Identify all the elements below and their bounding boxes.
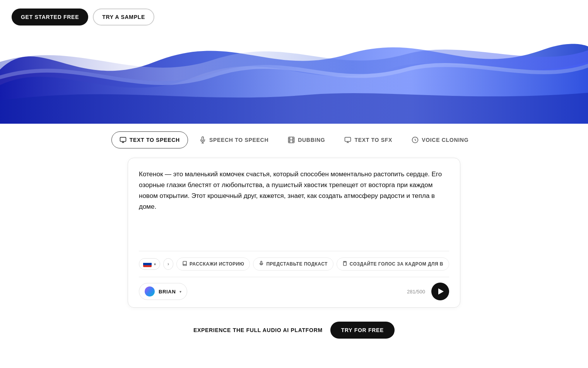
speech-to-speech-icon [199,136,206,143]
try-for-free-button[interactable]: TRY FOR FREE [330,322,395,339]
tab-voice-cloning[interactable]: VOICE CLONING [403,131,477,148]
play-icon [438,288,444,295]
book-icon [182,261,187,267]
tab-text-to-speech[interactable]: TEXT TO SPEECH [111,131,188,148]
svg-rect-4 [344,261,345,262]
tab-speech-to-speech[interactable]: SPEECH TO SPEECH [191,131,277,148]
voice-cloning-icon [412,136,419,143]
voice-avatar [145,286,155,296]
language-selector[interactable]: ▾ [139,258,160,270]
main-card: Котенок — это маленький комочек счастья,… [128,158,460,308]
tab-dubbing-label: DUBBING [298,137,325,143]
text-to-speech-icon [120,136,126,143]
tab-text-to-sfx-label: TEXT TO SFX [354,137,392,143]
tabs-container: TEXT TO SPEECH SPEECH TO SPEECH DUBBING [111,131,477,148]
try-sample-button[interactable]: TRY A SAMPLE [93,9,154,26]
get-started-button[interactable]: GET STARTED FREE [12,9,88,26]
text-to-sfx-icon [344,136,351,143]
voice-bar: BRIAN ▾ 281/500 [139,277,449,307]
tab-text-to-speech-label: TEXT TO SPEECH [130,137,180,143]
clipboard-icon [342,261,347,267]
prompt-chips-bar: ▾ › РАССКАЖИ ИСТОРИЮ [139,251,449,277]
voice-name-label: BRIAN [159,289,176,295]
prompt-chip-0[interactable]: РАССКАЖИ ИСТОРИЮ [176,257,250,271]
footer-bar: EXPERIENCE THE FULL AUDIO AI PLATFORM TR… [0,311,588,349]
expand-arrow-button[interactable]: › [163,258,173,270]
dubbing-icon [288,136,295,143]
lang-chevron-icon: ▾ [154,262,156,266]
char-count-label: 281/500 [407,289,425,295]
arrow-right-icon: › [168,261,169,267]
footer-text: EXPERIENCE THE FULL AUDIO AI PLATFORM [193,327,323,333]
main-content: TEXT TO SPEECH SPEECH TO SPEECH DUBBING [0,124,588,308]
tab-speech-to-speech-label: SPEECH TO SPEECH [209,137,268,143]
prompt-chip-0-label: РАССКАЖИ ИСТОРИЮ [190,261,244,267]
voice-chevron-icon: ▾ [179,290,181,294]
prompt-chip-2-label: СОЗДАЙТЕ ГОЛОС ЗА КАДРОМ ДЛЯ В [350,261,443,267]
svg-rect-0 [120,137,126,141]
tab-text-to-sfx[interactable]: TEXT TO SFX [336,131,400,148]
prompt-chip-1[interactable]: ПРЕДСТАВЬТЕ ПОДКАСТ [253,257,333,271]
russia-flag [143,261,152,267]
tab-voice-cloning-label: VOICE CLONING [422,137,468,143]
prompt-chip-2[interactable]: СОЗДАЙТЕ ГОЛОС ЗА КАДРОМ ДЛЯ В [337,257,449,271]
svg-rect-2 [345,137,351,141]
mic-icon [259,261,264,267]
tab-dubbing[interactable]: DUBBING [280,131,333,148]
voice-selector[interactable]: BRIAN ▾ [139,283,187,300]
header-buttons: GET STARTED FREE TRY A SAMPLE [12,9,154,26]
prompt-chip-1-label: ПРЕДСТАВЬТЕ ПОДКАСТ [266,261,327,267]
text-content-area[interactable]: Котенок — это маленький комочек счастья,… [139,169,449,239]
voice-right-controls: 281/500 [407,283,449,300]
play-button[interactable] [431,283,449,300]
